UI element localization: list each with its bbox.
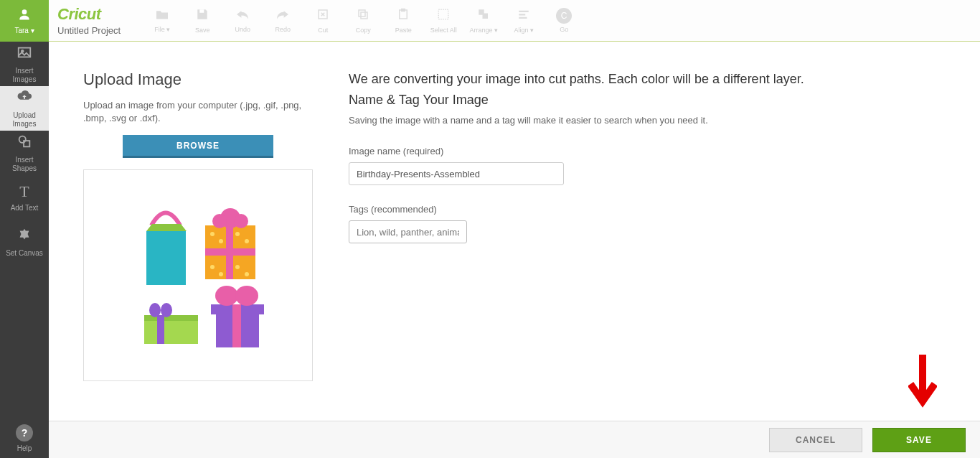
sidebar-item-label: Insert Shapes xyxy=(12,156,37,173)
cloud-upload-icon xyxy=(17,89,32,108)
svg-rect-34 xyxy=(157,315,164,344)
toolbar-file[interactable]: File ▾ xyxy=(143,9,181,33)
toolbar-arrange[interactable]: Arrange ▾ xyxy=(465,8,502,34)
toolbar-copy[interactable]: Copy xyxy=(344,8,382,34)
svg-rect-5 xyxy=(199,9,204,13)
go-icon: C xyxy=(556,8,572,24)
svg-rect-11 xyxy=(438,9,448,19)
top-toolbar: Cricut Untitled Project File ▾ Save Undo… xyxy=(49,0,980,42)
upload-panel: Upload Image Upload an image from your c… xyxy=(83,70,313,381)
align-icon xyxy=(517,8,530,24)
naming-panel: We are converting your image into cut pa… xyxy=(349,70,946,381)
svg-point-36 xyxy=(161,303,172,317)
svg-rect-10 xyxy=(402,9,405,11)
paste-icon xyxy=(397,8,410,24)
brand-logo: Cricut xyxy=(57,5,121,24)
user-name-label: Tara ▾ xyxy=(14,27,34,34)
svg-rect-15 xyxy=(519,14,525,15)
help-icon: ? xyxy=(16,424,33,441)
sidebar-item-label: Upload Images xyxy=(13,111,37,128)
sidebar-help[interactable]: ? Help xyxy=(0,419,49,458)
sidebar-item-label: Set Canvas xyxy=(6,249,43,258)
toolbar-redo[interactable]: Redo xyxy=(264,9,301,33)
cancel-button[interactable]: CANCEL xyxy=(769,428,862,452)
canvas-icon xyxy=(17,227,32,246)
sidebar-item-set-canvas[interactable]: Set Canvas xyxy=(0,220,49,264)
toolbar-paste[interactable]: Paste xyxy=(385,8,422,34)
user-menu[interactable]: Tara ▾ xyxy=(0,0,49,42)
save-button[interactable]: SAVE xyxy=(872,428,966,452)
image-name-label: Image name (required) xyxy=(349,146,946,156)
cut-icon xyxy=(316,8,329,24)
image-preview xyxy=(83,169,313,381)
upload-heading: Upload Image xyxy=(83,70,313,89)
brand-block: Cricut Untitled Project xyxy=(57,5,121,36)
svg-rect-8 xyxy=(361,12,367,19)
user-icon xyxy=(17,7,32,25)
redo-icon xyxy=(275,9,290,24)
image-icon xyxy=(17,45,32,64)
svg-point-31 xyxy=(245,272,249,276)
tags-label: Tags (recommended) xyxy=(349,204,946,215)
copy-icon xyxy=(357,8,369,24)
footer-bar: CANCEL SAVE xyxy=(49,421,980,458)
toolbar-select-all[interactable]: Select All xyxy=(425,8,462,34)
svg-point-30 xyxy=(235,265,240,269)
svg-point-27 xyxy=(245,239,249,243)
project-title: Untitled Project xyxy=(57,25,121,36)
svg-rect-13 xyxy=(483,13,489,19)
svg-point-41 xyxy=(235,286,258,306)
svg-rect-16 xyxy=(519,17,527,18)
sidebar-item-upload-images[interactable]: Upload Images xyxy=(0,86,49,131)
browse-button[interactable]: BROWSE xyxy=(123,135,273,158)
svg-point-22 xyxy=(212,214,227,228)
sidebar-item-insert-shapes[interactable]: Insert Shapes xyxy=(0,131,49,175)
svg-point-23 xyxy=(234,214,248,228)
svg-rect-17 xyxy=(146,231,186,285)
help-label: Help xyxy=(17,444,32,452)
arrange-icon xyxy=(477,8,490,24)
svg-point-25 xyxy=(219,239,223,243)
toolbar-align[interactable]: Align ▾ xyxy=(505,8,542,34)
upload-description: Upload an image from your computer (.jpg… xyxy=(83,99,313,125)
svg-rect-39 xyxy=(232,304,241,347)
svg-point-0 xyxy=(22,9,27,14)
svg-point-24 xyxy=(210,232,215,236)
shapes-icon xyxy=(17,134,32,153)
svg-rect-7 xyxy=(359,10,365,17)
toolbar-save[interactable]: Save xyxy=(184,8,221,34)
svg-rect-20 xyxy=(226,225,233,279)
name-tag-heading: Name & Tag Your Image xyxy=(349,93,946,108)
sidebar-item-label: Add Text xyxy=(11,204,39,212)
undo-icon xyxy=(235,9,250,24)
svg-point-40 xyxy=(215,286,238,306)
toolbar-cut[interactable]: Cut xyxy=(304,8,341,34)
save-icon xyxy=(196,8,209,24)
svg-point-26 xyxy=(235,232,240,236)
left-sidebar: Tara ▾ Insert Images Upload Images Inser… xyxy=(0,0,49,458)
toolbar-go[interactable]: CGo xyxy=(545,8,583,33)
svg-point-28 xyxy=(210,265,215,269)
main-content: Upload Image Upload an image from your c… xyxy=(49,42,980,421)
preview-image-icon xyxy=(112,190,284,362)
image-name-input[interactable] xyxy=(349,162,564,185)
folder-icon xyxy=(155,9,169,24)
sidebar-item-label: Insert Images xyxy=(13,67,37,84)
tags-input[interactable] xyxy=(349,220,467,243)
convert-info-line: We are converting your image into cut pa… xyxy=(349,72,946,87)
name-tag-description: Saving the image with a name and a tag w… xyxy=(349,115,946,126)
sidebar-item-insert-images[interactable]: Insert Images xyxy=(0,42,49,86)
select-all-icon xyxy=(437,8,450,24)
text-icon: T xyxy=(19,182,29,201)
svg-point-35 xyxy=(149,303,161,317)
sidebar-item-add-text[interactable]: T Add Text xyxy=(0,175,49,220)
svg-rect-14 xyxy=(519,10,529,11)
toolbar-undo[interactable]: Undo xyxy=(224,9,261,33)
svg-point-29 xyxy=(219,272,223,276)
svg-point-3 xyxy=(19,136,26,142)
